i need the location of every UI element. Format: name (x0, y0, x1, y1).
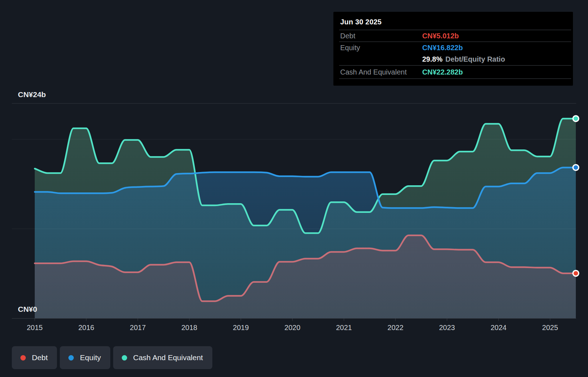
tooltip-bottom-divider (339, 78, 571, 79)
end-dot-equity[interactable] (573, 164, 579, 170)
chart-tooltip: Jun 30 2025 Debt CN¥5.012b Equity CN¥16.… (333, 12, 573, 86)
x-axis-label-2017: 2017 (130, 324, 146, 331)
chart-legend: Debt Equity Cash And Equivalent (12, 346, 215, 369)
tooltip-row-equity: Equity CN¥16.822b (339, 42, 571, 53)
tooltip-date: Jun 30 2025 (333, 12, 573, 30)
tooltip-equity-label: Equity (340, 44, 422, 52)
x-axis-label-2018: 2018 (181, 324, 197, 331)
tooltip-equity-value: CN¥16.822b (422, 44, 463, 52)
page: { "canvas": {"width": 1642, "height": 10… (0, 0, 588, 377)
legend-item-equity[interactable]: Equity (60, 346, 110, 369)
x-axis-label-2015: 2015 (27, 324, 43, 331)
end-dot-cash-and-equivalent[interactable] (573, 116, 579, 121)
x-axis-label-2022: 2022 (387, 324, 404, 331)
tooltip-ratio-value: 29.8% (422, 55, 443, 63)
x-axis-label-2023: 2023 (439, 324, 455, 331)
tooltip-cash-value: CN¥22.282b (422, 68, 463, 76)
legend-cash-label: Cash And Equivalent (133, 353, 203, 362)
cash-dot-icon (122, 355, 127, 361)
x-axis-label-2016: 2016 (78, 324, 95, 331)
equity-dot-icon (68, 355, 74, 361)
y-axis-zero-label: CN¥0 (18, 305, 37, 313)
legend-item-debt[interactable]: Debt (12, 346, 57, 369)
tooltip-row-cash: Cash And Equivalent CN¥22.282b (339, 65, 571, 78)
tooltip-debt-value: CN¥5.012b (422, 32, 459, 40)
end-dot-debt[interactable] (573, 271, 579, 276)
tooltip-ratio-label: Debt/Equity Ratio (445, 55, 505, 63)
tooltip-row-debt: Debt CN¥5.012b (339, 30, 571, 42)
x-axis-label-2024: 2024 (491, 324, 507, 331)
x-axis-label-2019: 2019 (233, 324, 249, 331)
x-axis-label-2020: 2020 (284, 324, 300, 331)
legend-equity-label: Equity (80, 353, 101, 362)
tooltip-debt-label: Debt (340, 32, 422, 40)
x-axis-label-2021: 2021 (336, 324, 352, 331)
x-axis-label-2025: 2025 (542, 324, 558, 331)
legend-item-cash[interactable]: Cash And Equivalent (113, 346, 212, 369)
y-axis-max-label: CN¥24b (18, 90, 46, 99)
legend-debt-label: Debt (32, 353, 48, 362)
debt-dot-icon (20, 355, 26, 361)
tooltip-row-ratio: 29.8% Debt/Equity Ratio (339, 53, 571, 65)
tooltip-cash-label: Cash And Equivalent (340, 68, 422, 76)
